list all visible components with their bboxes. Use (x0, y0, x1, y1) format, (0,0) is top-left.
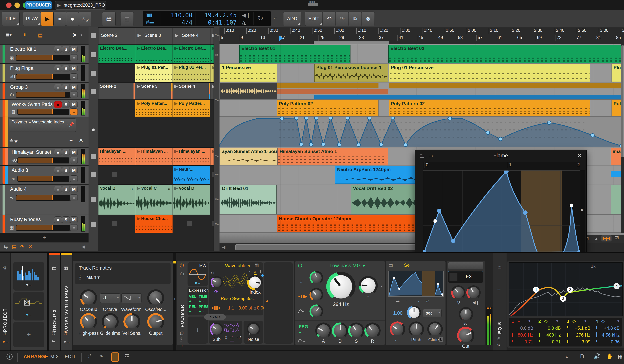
band-freq[interactable]: 4.56 kHz (598, 332, 620, 338)
producer-badge[interactable]: PRODUCER (25, 1, 52, 9)
punch-in-icon[interactable]: ◀❙ (242, 12, 250, 18)
sub-osc-panel[interactable]: 0 -1 -2 Sub (209, 321, 242, 344)
cutoff-knob[interactable] (329, 274, 353, 298)
group-lane-clip[interactable] (277, 83, 378, 89)
clip-cell[interactable]: ▶Vocal D (173, 184, 210, 215)
clip-cell[interactable]: ▶Poly Patter... (173, 100, 210, 117)
stop-all-icon[interactable] (91, 33, 96, 38)
arranger-clip[interactable]: 1 Percussive (220, 64, 277, 82)
modulation-route-icon[interactable]: ●→ (199, 309, 205, 314)
arm-button[interactable]: ● (54, 84, 62, 91)
send-2-knob[interactable] (468, 287, 479, 298)
chevron-down-icon[interactable]: ▼ (556, 319, 559, 323)
delete-icon[interactable]: ⊗ (362, 12, 375, 26)
band-q[interactable]: 3.09 (570, 339, 590, 344)
track-row[interactable]: Group 3 ● S M 🗀 ≡ (0, 83, 88, 100)
track-row[interactable]: Electro Kit 1 ● S M ▦ ≡ (0, 45, 88, 64)
band-freq[interactable]: 80.0 Hz (515, 332, 533, 338)
rate-unit-select[interactable]: sec▾ (423, 309, 442, 317)
clip-cell[interactable]: ▶Himalayan ... (173, 147, 210, 165)
empty-slot-icon[interactable] (112, 172, 117, 177)
device-power-icon[interactable]: ⏻ (180, 262, 184, 269)
grid-view-icon[interactable]: ⠿ (24, 32, 27, 38)
unison-up-icon[interactable]: ▸↑ (211, 270, 215, 275)
wavetable-preset[interactable]: Reso Sweep 3oct (220, 296, 256, 301)
resonance-knob[interactable] (361, 278, 376, 293)
clip-cell[interactable]: ▶Vocal C⠶ (135, 184, 173, 215)
solo-button[interactable]: S (62, 186, 70, 193)
folder-icon[interactable]: 🗀 (10, 92, 14, 97)
oscs-noise-knob[interactable] (149, 291, 163, 305)
band-gain[interactable]: −5.1 dB (570, 326, 590, 331)
clip-cell[interactable]: Electro Bea... (98, 45, 135, 64)
tab-arrange[interactable]: ARRANGE (24, 354, 48, 360)
mute-button[interactable]: M (70, 167, 78, 174)
device-panel-toggle-active[interactable] (111, 352, 119, 362)
mix-knob[interactable] (460, 309, 471, 320)
file-button[interactable]: FILE (2, 12, 20, 26)
mouse-icon-active[interactable]: 🖱 (64, 330, 67, 335)
pitch-knob[interactable] (410, 323, 422, 335)
track-menu-icon[interactable]: ≡ (70, 73, 78, 80)
close-traffic-light[interactable] (6, 2, 12, 8)
lanes-view-icon[interactable]: ▤ (38, 32, 43, 38)
env-mod-knob[interactable] (311, 273, 322, 283)
env-depth-knob[interactable] (311, 306, 322, 317)
arranger-clip[interactable]: Plug 01 Percussive-bounce-1 (314, 64, 388, 82)
automation-write-icon[interactable]: ♨w (79, 12, 91, 26)
add-device-icon[interactable]: + (173, 296, 176, 302)
arm-button[interactable]: ● (54, 65, 62, 72)
track-name[interactable]: Wonky Synth Pads (12, 102, 53, 107)
curve-knob[interactable] (391, 323, 404, 335)
mute-button[interactable]: M (70, 65, 78, 72)
play-button[interactable]: ▶ (41, 12, 53, 26)
track-menu-icon[interactable]: ≡ (70, 54, 78, 61)
tab-edit[interactable]: EDIT (65, 354, 76, 360)
track-menu-icon[interactable]: ≡ (70, 194, 78, 201)
mute-button[interactable]: M (70, 149, 78, 156)
track-row[interactable]: Audio 4 ● S M ∿ ≡ (0, 184, 88, 215)
glide-time-knob[interactable] (103, 315, 117, 328)
fx-slot[interactable]: FX (448, 271, 483, 283)
clip-cell[interactable]: ▶Electro Bea... (173, 45, 210, 64)
hold-mode-icon[interactable]: ⌒ (406, 299, 410, 305)
track-name[interactable]: Group 3 (10, 85, 28, 90)
oneshot-mode-icon[interactable]: ⇀ (396, 299, 400, 304)
octave-select[interactable]: -1▾ (100, 294, 120, 303)
volume-slider[interactable] (17, 157, 69, 163)
segments-curve-display[interactable] (389, 271, 444, 297)
modulation-route-icon[interactable]: ↬ (497, 343, 500, 347)
bell-shape-icon[interactable]: ◇ (544, 319, 547, 324)
volume-slider[interactable] (16, 92, 70, 98)
track-io-icon[interactable]: ▤ (12, 244, 17, 250)
clip-cell[interactable]: ▶House Cho... (135, 215, 173, 233)
group-scene-cell[interactable]: ▶Scene 4 (173, 83, 210, 100)
arranger-clip[interactable]: Electro Beat 02 (389, 45, 624, 63)
attack-knob[interactable] (317, 324, 330, 337)
eq-spectrum-display[interactable]: 1k 1 3 2 4 (509, 262, 623, 316)
edit-button[interactable]: EDIT (305, 12, 323, 26)
arm-button[interactable]: ● (54, 216, 62, 223)
semitone-value[interactable]: 0.00 st (238, 305, 252, 311)
scatter-icon[interactable]: ⁙ (248, 270, 251, 273)
index-knob[interactable] (249, 276, 261, 288)
track-row[interactable]: Rusty Rhodes ● S M ▦ ≡ (0, 215, 88, 233)
track-menu-icon[interactable]: ≡ (70, 175, 78, 182)
band-q[interactable]: 0.71 (515, 339, 533, 344)
empty-slot-icon[interactable] (187, 221, 192, 226)
follow-icon[interactable]: ↷ (20, 244, 24, 250)
arranger-clip[interactable]: Plug 01 Percussive (389, 64, 590, 82)
out-knob[interactable] (459, 328, 473, 342)
band-gain[interactable]: +4.8 dB (598, 326, 620, 331)
undo-icon[interactable]: ↶ (323, 12, 336, 26)
pingpong-mode-icon-active[interactable]: ⇄ (425, 299, 429, 304)
keytrack-icon[interactable]: ◂▮▮▸ (298, 294, 307, 299)
record-button[interactable]: ● (66, 12, 79, 26)
layout-button[interactable]: ◱ (120, 12, 134, 26)
sub-knob[interactable] (211, 324, 222, 335)
track-name[interactable]: Rusty Rhodes (10, 217, 41, 222)
arranger-clip[interactable]: Electro Beat 01 (239, 45, 350, 63)
sustain-knob[interactable] (350, 324, 363, 337)
chevron-down-icon[interactable]: ▼ (617, 319, 620, 323)
group-scene-cell[interactable]: ▶Scene 3 (135, 83, 173, 100)
